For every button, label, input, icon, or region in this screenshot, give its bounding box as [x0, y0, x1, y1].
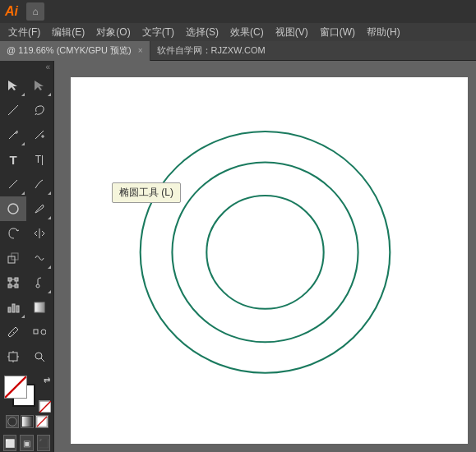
- document-tab[interactable]: @ 119.66% (CMYK/GPU 预览) ×: [0, 41, 150, 61]
- toolbar-toggle[interactable]: «: [0, 61, 53, 73]
- menu-item-对象O[interactable]: 对象(O): [91, 24, 135, 41]
- zoom-tool[interactable]: [26, 344, 53, 369]
- eyedropper-tool[interactable]: [0, 320, 26, 344]
- tool-row-3: [0, 122, 53, 147]
- fill-swatch[interactable]: [4, 376, 27, 399]
- app-logo: Ai: [5, 4, 18, 19]
- tool-row-11: [0, 320, 53, 344]
- pen-tool[interactable]: [0, 122, 26, 147]
- svg-point-20: [41, 330, 46, 334]
- pencil-tool[interactable]: [26, 172, 53, 196]
- warp-tool[interactable]: [26, 246, 53, 270]
- svg-point-26: [35, 353, 42, 359]
- svg-line-18: [13, 332, 15, 334]
- column-graph-tool[interactable]: [0, 295, 26, 320]
- direct-selection-tool[interactable]: [26, 73, 53, 98]
- svg-rect-32: [21, 417, 31, 427]
- svg-rect-14: [8, 307, 11, 312]
- svg-rect-10: [15, 278, 18, 281]
- svg-rect-12: [15, 284, 18, 288]
- svg-point-31: [7, 417, 16, 427]
- reflect-tool[interactable]: [26, 221, 53, 246]
- artboard-tool[interactable]: [0, 344, 26, 369]
- svg-rect-17: [35, 302, 44, 312]
- rotate-tool[interactable]: [0, 221, 26, 246]
- svg-line-28: [5, 376, 26, 398]
- selection-tool[interactable]: [0, 73, 26, 98]
- tab-close-button[interactable]: ×: [138, 46, 143, 55]
- menu-item-效果C[interactable]: 效果(C): [225, 24, 269, 41]
- screen-mode-3[interactable]: ⬛: [37, 435, 50, 451]
- free-transform-tool[interactable]: [0, 270, 26, 295]
- menu-item-选择S[interactable]: 选择(S): [181, 24, 224, 41]
- svg-rect-19: [34, 330, 38, 334]
- tool-row-9: [0, 270, 53, 295]
- scale-tool[interactable]: [0, 246, 26, 270]
- tool-row-6: [0, 196, 53, 221]
- line-tool[interactable]: [0, 172, 26, 196]
- canvas-drawing: [54, 61, 476, 452]
- lasso-tool[interactable]: [26, 98, 53, 122]
- paintbrush-tool[interactable]: [26, 196, 53, 221]
- symbol-sprayer-tool[interactable]: [26, 270, 53, 295]
- color-section: ⇄: [0, 369, 53, 431]
- gradient-tool[interactable]: [26, 295, 53, 320]
- add-anchor-tool[interactable]: [26, 122, 53, 147]
- touch-type-tool[interactable]: T|: [26, 147, 53, 172]
- tool-row-1: [0, 73, 53, 98]
- tool-row-10: [0, 295, 53, 320]
- screen-modes: ⬜ ▣ ⬛: [0, 431, 53, 452]
- type-tool[interactable]: T: [0, 147, 26, 172]
- svg-point-13: [36, 284, 39, 288]
- tool-row-7: [0, 221, 53, 246]
- menu-item-帮助H[interactable]: 帮助(H): [362, 24, 405, 41]
- svg-rect-16: [16, 306, 19, 312]
- canvas-area: 椭圆工具 (L): [54, 61, 476, 452]
- svg-point-36: [172, 163, 358, 343]
- svg-point-37: [206, 196, 323, 309]
- none-swatch[interactable]: [39, 400, 50, 412]
- title-bar: Ai ⌂: [0, 0, 476, 23]
- menu-item-窗口W[interactable]: 窗口(W): [315, 24, 360, 41]
- tool-row-12: [0, 344, 53, 369]
- ellipse-tool[interactable]: [0, 196, 26, 221]
- svg-rect-11: [8, 284, 12, 288]
- tab-bar: @ 119.66% (CMYK/GPU 预览) × 软件自学网：RJZXW.CO…: [0, 41, 476, 61]
- menu-item-文字T[interactable]: 文字(T): [137, 24, 179, 41]
- swap-icon[interactable]: ⇄: [44, 376, 50, 385]
- tab-label: @ 119.66% (CMYK/GPU 预览): [7, 44, 132, 57]
- color-mode-normal[interactable]: [6, 415, 19, 428]
- svg-rect-9: [8, 278, 12, 281]
- menu-item-编辑E[interactable]: 编辑(E): [47, 24, 90, 41]
- svg-point-35: [141, 131, 391, 373]
- color-mode-gradient[interactable]: [21, 415, 34, 428]
- svg-rect-15: [12, 304, 15, 312]
- toolbar: « T T|: [0, 61, 54, 452]
- home-button[interactable]: ⌂: [26, 2, 44, 21]
- svg-line-27: [41, 358, 44, 362]
- menu-item-视图V[interactable]: 视图(V): [270, 24, 313, 41]
- tool-row-8: [0, 246, 53, 270]
- svg-line-3: [9, 180, 17, 188]
- screen-mode-1[interactable]: ⬜: [3, 435, 16, 451]
- menu-bar: 文件(F)编辑(E)对象(O)文字(T)选择(S)效果(C)视图(V)窗口(W)…: [0, 23, 476, 41]
- magic-wand-tool[interactable]: [0, 98, 26, 122]
- tool-row-4: T T|: [0, 147, 53, 172]
- blend-tool[interactable]: [26, 320, 53, 344]
- svg-point-4: [8, 204, 18, 214]
- screen-mode-2[interactable]: ▣: [20, 435, 33, 451]
- color-swatches[interactable]: ⇄: [4, 376, 50, 412]
- color-mini-row: [3, 415, 50, 428]
- website-label: 软件自学网：RJZXW.COM: [150, 44, 272, 57]
- svg-line-0: [8, 108, 16, 115]
- main-area: « T T|: [0, 61, 476, 452]
- tool-row-5: [0, 172, 53, 196]
- menu-item-文件F[interactable]: 文件(F): [3, 24, 45, 41]
- svg-rect-21: [9, 353, 17, 361]
- tool-row-2: [0, 98, 53, 122]
- color-mode-none[interactable]: [35, 415, 49, 428]
